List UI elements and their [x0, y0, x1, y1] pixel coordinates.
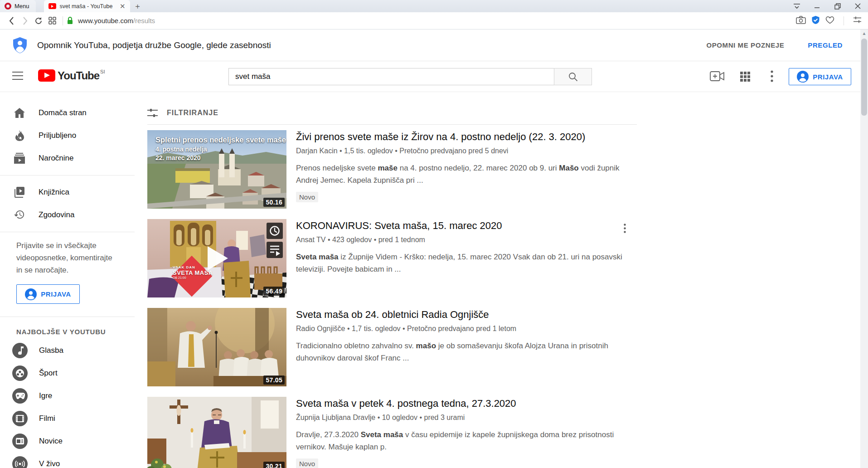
- video-description: Dravlje, 27.3.2020 Sveta maša v času epi…: [296, 429, 637, 453]
- search-results: FILTRIRANJE: [135, 92, 868, 467]
- sports-icon: [12, 366, 28, 381]
- sidebar-item-music[interactable]: Glasba: [0, 339, 135, 362]
- sidebar-item-library[interactable]: Knjižnica: [0, 181, 135, 204]
- address-bar-separator: [844, 16, 844, 25]
- window-minimize-button[interactable]: [807, 0, 827, 12]
- history-icon: [14, 210, 25, 220]
- scrollbar-thumb[interactable]: [861, 39, 867, 116]
- thumbnail-text-overlay: Spletni prenos nedeljske svete maše 4. p…: [155, 136, 286, 161]
- window-close-button[interactable]: [848, 0, 868, 12]
- speed-dial-icon[interactable]: [45, 17, 59, 24]
- opera-logo-icon: [5, 3, 11, 10]
- tab-menu-icon[interactable]: [786, 0, 807, 12]
- browser-tab[interactable]: svet maša - YouTube ✕: [44, 0, 130, 12]
- sidebar-item-live[interactable]: V živo: [0, 453, 135, 468]
- apps-grid-icon[interactable]: [740, 71, 751, 84]
- video-title[interactable]: Sveta maša ob 24. obletnici Radia Ognjiš…: [296, 308, 637, 321]
- privacy-shield-icon: [12, 37, 28, 54]
- add-to-queue-icon: [267, 242, 283, 258]
- search-input[interactable]: [228, 68, 554, 85]
- youtube-country-code: SI: [100, 69, 105, 74]
- video-meta: Darjan Kacin • 1,5 tis. ogledov • Pretoč…: [296, 147, 637, 155]
- sidebar-item-subscriptions[interactable]: Naročnine: [0, 147, 135, 170]
- review-button[interactable]: PREGLED: [805, 38, 845, 53]
- guide-menu-icon[interactable]: [12, 72, 23, 83]
- video-result-row: VSAK DAN SVETA MAŠA OB 21:00 56.49 KORON…: [147, 219, 637, 297]
- video-title[interactable]: Živi prenos svete maše iz Žirov na 4. po…: [296, 131, 637, 143]
- video-title[interactable]: KORONAVIRUS: Sveta maša, 15. marec 2020: [296, 219, 637, 232]
- duration-badge: 57.05: [263, 375, 285, 385]
- search-button[interactable]: [554, 68, 592, 85]
- news-icon: [12, 434, 28, 449]
- url-text: www.youtube.com/results: [78, 17, 155, 24]
- privacy-banner-text: Opomnik YouTuba, podjetja družbe Google,…: [37, 40, 703, 50]
- new-tab-button[interactable]: ＋: [130, 0, 145, 12]
- video-meta: Župnija Ljubljana Dravlje • 10 ogledov •…: [296, 414, 637, 422]
- gaming-icon: [12, 388, 28, 404]
- video-options-icon[interactable]: [622, 222, 628, 237]
- page-scrollbar: ▲: [860, 29, 868, 468]
- duration-badge: 30.21: [263, 462, 285, 468]
- sidebar-item-movies[interactable]: Filmi: [0, 407, 135, 430]
- easy-setup-icon[interactable]: [853, 16, 862, 25]
- youtube-play-icon: [38, 69, 55, 82]
- sidebar-item-home[interactable]: Domača stran: [0, 102, 135, 124]
- sidebar-divider: [0, 175, 135, 176]
- remind-later-button[interactable]: OPOMNI ME POZNEJE: [703, 38, 787, 53]
- scrollbar-up-arrow[interactable]: ▲: [860, 29, 868, 37]
- sidebar-item-trending[interactable]: Priljubljeno: [0, 124, 135, 147]
- tab-title: svet maša - YouTube: [60, 3, 115, 10]
- sidebar-sign-in-button[interactable]: PRIJAVA: [16, 284, 80, 304]
- sidebar-item-news[interactable]: Novice: [0, 430, 135, 453]
- video-meta: Radio Ognjišče • 1,7 tis. ogledov • Pret…: [296, 325, 637, 333]
- movies-icon: [12, 411, 28, 426]
- library-icon: [14, 187, 25, 198]
- address-bar-separator: [63, 16, 63, 25]
- music-icon: [12, 343, 28, 358]
- thumbnail-brand-overlay: VSAK DAN SVETA MAŠA OB 21:00: [173, 265, 213, 279]
- adblock-shield-icon[interactable]: [811, 15, 820, 26]
- video-description: Tradicionalno obletno zahvalno sv. mašo …: [296, 340, 637, 364]
- duration-badge: 50.16: [263, 198, 285, 207]
- video-title[interactable]: Sveta maša v petek 4. postnega tedna, 27…: [296, 397, 637, 410]
- new-badge: Novo: [296, 192, 318, 202]
- tab-close-icon[interactable]: ✕: [119, 2, 126, 10]
- sidebar-item-sports[interactable]: Šport: [0, 362, 135, 385]
- youtube-logo[interactable]: YouTube SI: [38, 69, 105, 82]
- video-thumbnail[interactable]: 30.21: [147, 397, 286, 468]
- search-icon: [568, 72, 578, 82]
- header-sign-in-button[interactable]: PRIJAVA: [789, 68, 851, 85]
- more-options-icon[interactable]: [771, 70, 773, 84]
- subscriptions-icon: [14, 153, 25, 164]
- sidebar-divider: [0, 317, 135, 317]
- back-button[interactable]: [5, 17, 18, 25]
- video-description: Prenos nedeljske svete maše na 4. postno…: [296, 162, 637, 186]
- forward-button[interactable]: [18, 17, 32, 25]
- reload-button[interactable]: [32, 17, 45, 25]
- best-of-youtube-header: NAJBOLJŠE V YOUTUBU: [16, 328, 135, 336]
- create-video-icon[interactable]: [710, 71, 724, 83]
- sidebar: Domača stran Priljubljeno Naročnine Knji…: [0, 92, 135, 467]
- video-thumbnail[interactable]: Spletni prenos nedeljske svete maše 4. p…: [147, 130, 286, 209]
- sidebar-item-gaming[interactable]: Igre: [0, 385, 135, 407]
- opera-menu-button[interactable]: Menu: [0, 0, 36, 12]
- sidebar-signin-text: Prijavite se in všečkajte videoposnetke,…: [16, 239, 119, 276]
- privacy-banner: Opomnik YouTuba, podjetja družbe Google,…: [0, 29, 868, 61]
- url-field[interactable]: www.youtube.com/results: [67, 16, 796, 25]
- watch-later-icon: [267, 223, 283, 239]
- thumbnail-art-chapel-mass: [147, 397, 286, 468]
- results-divider: [147, 124, 637, 125]
- youtube-favicon-icon: [48, 3, 56, 9]
- window-maximize-button[interactable]: [827, 0, 848, 12]
- sidebar-item-history[interactable]: Zgodovina: [0, 204, 135, 226]
- trending-icon: [14, 130, 25, 141]
- filter-button[interactable]: FILTRIRANJE: [147, 108, 218, 117]
- video-thumbnail[interactable]: 57.05: [147, 308, 286, 386]
- video-result-row: 57.05 Sveta maša ob 24. obletnici Radia …: [147, 308, 637, 386]
- video-thumbnail[interactable]: VSAK DAN SVETA MAŠA OB 21:00 56.49: [147, 219, 286, 297]
- youtube-header: YouTube SI PRIJAVA: [0, 61, 868, 92]
- bookmark-heart-icon[interactable]: [825, 16, 834, 26]
- youtube-logo-text: YouTube: [58, 69, 99, 82]
- thumbnail-art-anniversary-mass: [147, 308, 286, 386]
- snapshot-camera-icon[interactable]: [796, 16, 806, 26]
